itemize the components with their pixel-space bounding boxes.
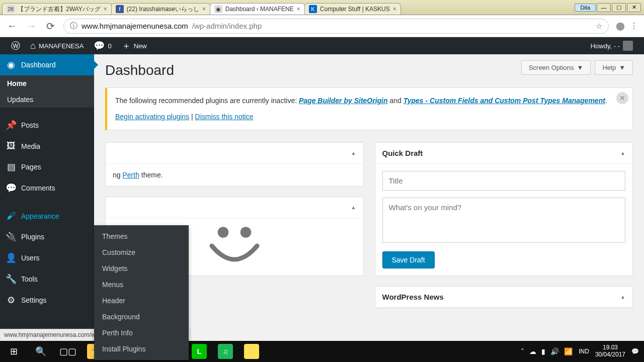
plugin-link-siteorigin[interactable]: Page Builder by SiteOrigin: [299, 97, 388, 105]
reload-button[interactable]: ⟳: [44, 20, 56, 32]
flyout-item-widgets[interactable]: Widgets: [94, 260, 189, 277]
comment-icon: 💬: [94, 40, 105, 51]
new-content-link[interactable]: ＋New: [117, 37, 152, 54]
flyout-item-header[interactable]: Header: [94, 293, 189, 309]
tray-language[interactable]: IND: [579, 348, 589, 355]
browser-tab[interactable]: 28【ブランド古着】2WAYバッグ×: [2, 3, 112, 15]
favicon-icon: f: [116, 5, 124, 13]
tray-chevron-icon[interactable]: ˄: [521, 347, 524, 355]
draft-title-input[interactable]: [382, 171, 626, 191]
taskbar-app-line[interactable]: L: [186, 341, 212, 362]
toggle-arrow-icon[interactable]: ▲: [351, 150, 356, 156]
sidebar-item-tools[interactable]: 🔧Tools: [0, 268, 94, 290]
comment-icon: 💬: [6, 183, 16, 194]
start-button[interactable]: ⊞: [0, 341, 27, 362]
screen-options-label: Screen Options: [529, 64, 574, 71]
task-view-button[interactable]: ▢▢: [54, 341, 82, 362]
tray-notifications-icon[interactable]: 💬: [631, 348, 639, 355]
close-window-button[interactable]: ✕: [627, 3, 641, 12]
browser-tab[interactable]: KComputer Stuff | KASKUS×: [304, 3, 401, 15]
site-info-icon[interactable]: ⓘ: [70, 21, 77, 31]
flyout-item-perth-info[interactable]: Perth Info: [94, 325, 189, 341]
account-link[interactable]: Howdy, - -: [586, 37, 638, 54]
flyout-item-install-plugins[interactable]: Install Plugins: [94, 341, 189, 357]
browser-tab[interactable]: f(22) Irasshaimaseいらっし×: [111, 3, 210, 15]
minimize-button[interactable]: —: [597, 3, 611, 12]
toggle-arrow-icon[interactable]: ▲: [351, 205, 356, 210]
sidebar-item-dashboard[interactable]: ◉Dashboard: [0, 54, 94, 75]
postbox-title: [113, 149, 115, 157]
begin-activating-link[interactable]: Begin activating plugins: [115, 113, 189, 121]
tab-close-icon[interactable]: ×: [104, 6, 107, 13]
sidebar-item-media[interactable]: 🖼Media: [0, 136, 94, 156]
taskbar-app-spotify[interactable]: ♫: [212, 341, 238, 362]
svg-point-0: [217, 227, 228, 238]
taskbar-app-notes[interactable]: [238, 341, 265, 362]
tray-cloud-icon[interactable]: ☁: [529, 347, 536, 355]
tab-title: Computer Stuff | KASKUS: [320, 6, 390, 13]
bookmark-star-icon[interactable]: ☆: [596, 22, 602, 31]
sidebar-item-label: Posts: [21, 121, 39, 129]
plugin-link-types[interactable]: Types - Custom Fields and Custom Post Ty…: [404, 97, 605, 105]
sidebar-item-users[interactable]: 👤Users: [0, 247, 94, 268]
chevron-down-icon: ▼: [577, 64, 584, 71]
back-button[interactable]: ←: [6, 20, 18, 32]
flyout-item-background[interactable]: Background: [94, 309, 189, 325]
draft-content-input[interactable]: [382, 198, 626, 243]
window-titlebar: 28【ブランド古着】2WAYバッグ× f(22) Irasshaimaseいらっ…: [0, 0, 644, 15]
browser-tab-active[interactable]: ◉Dashboard ‹ MANAFENE×: [210, 3, 305, 15]
save-draft-button[interactable]: Save Draft: [382, 251, 435, 268]
flyout-item-menus[interactable]: Menus: [94, 277, 189, 293]
tray-clock[interactable]: 19.03 30/04/2017: [595, 344, 625, 358]
toggle-arrow-icon[interactable]: ▲: [620, 150, 625, 156]
notice-text: and: [389, 97, 403, 105]
wp-admin-bar: ⓦ ⌂MANAFENESA 💬0 ＋New Howdy, - -: [0, 37, 644, 54]
dismiss-notice-link[interactable]: Dismiss this notice: [195, 113, 254, 121]
gear-icon: ⚙: [6, 295, 16, 306]
toggle-arrow-icon[interactable]: ▲: [620, 294, 625, 300]
site-name-link[interactable]: ⌂MANAFENESA: [25, 37, 89, 54]
system-tray: ˄ ☁ ▮ 🔊 📶 IND 19.03 30/04/2017 💬: [521, 344, 644, 358]
tab-close-icon[interactable]: ×: [202, 6, 206, 13]
comments-link[interactable]: 💬0: [89, 37, 116, 54]
plugin-notice: ✕ The following recommended plugins are …: [105, 87, 633, 130]
help-label: Help: [602, 64, 616, 71]
appearance-flyout: Themes Customize Widgets Menus Header Ba…: [94, 225, 189, 360]
brush-icon: 🖌: [6, 211, 16, 221]
submenu-item-home[interactable]: Home: [0, 75, 94, 92]
screen-options-button[interactable]: Screen Options▼: [521, 60, 591, 75]
maximize-button[interactable]: ▢: [612, 3, 626, 12]
postbox-title: WordPress News: [382, 293, 444, 301]
users-icon: 👤: [6, 252, 16, 263]
sidebar-item-posts[interactable]: 📌Posts: [0, 115, 94, 136]
sidebar-item-plugins[interactable]: 🔌Plugins: [0, 226, 94, 247]
tray-battery-icon[interactable]: ▮: [541, 347, 545, 355]
sidebar-item-settings[interactable]: ⚙Settings: [0, 290, 94, 311]
browser-tabs: 28【ブランド古着】2WAYバッグ× f(22) Irasshaimaseいらっ…: [0, 0, 572, 15]
theme-link[interactable]: Perth: [122, 171, 139, 179]
tray-volume-icon[interactable]: 🔊: [550, 347, 559, 355]
url-input[interactable]: ⓘ www.hmjmanajemenunesa.com/wp-admin/ind…: [63, 19, 609, 34]
tab-close-icon[interactable]: ×: [297, 6, 300, 13]
menu-icon[interactable]: ⋮: [630, 21, 638, 31]
tab-title: 【ブランド古着】2WAYバッグ: [18, 5, 101, 14]
dismiss-notice-icon[interactable]: ✕: [616, 92, 628, 104]
flyout-item-themes[interactable]: Themes: [94, 228, 189, 244]
sidebar-item-comments[interactable]: 💬Comments: [0, 177, 94, 199]
extension-icon[interactable]: ⬤: [616, 21, 625, 31]
sidebar-item-label: Plugins: [21, 233, 44, 241]
sidebar-item-label: Users: [21, 254, 40, 262]
wp-logo[interactable]: ⓦ: [6, 37, 25, 54]
sidebar-item-appearance[interactable]: 🖌Appearance: [0, 206, 94, 226]
browser-user-badge[interactable]: Dita: [575, 4, 596, 12]
forward-button[interactable]: →: [25, 20, 37, 32]
search-button[interactable]: 🔍: [27, 341, 54, 362]
sidebar-item-label: Dashboard: [21, 61, 56, 69]
admin-sidebar: ◉Dashboard Home Updates 📌Posts 🖼Media ▤P…: [0, 54, 94, 341]
sidebar-item-pages[interactable]: ▤Pages: [0, 156, 94, 177]
tray-wifi-icon[interactable]: 📶: [564, 347, 573, 355]
help-button[interactable]: Help▼: [595, 60, 633, 75]
submenu-item-updates[interactable]: Updates: [0, 92, 94, 108]
flyout-item-customize[interactable]: Customize: [94, 244, 189, 260]
tab-close-icon[interactable]: ×: [393, 6, 396, 13]
